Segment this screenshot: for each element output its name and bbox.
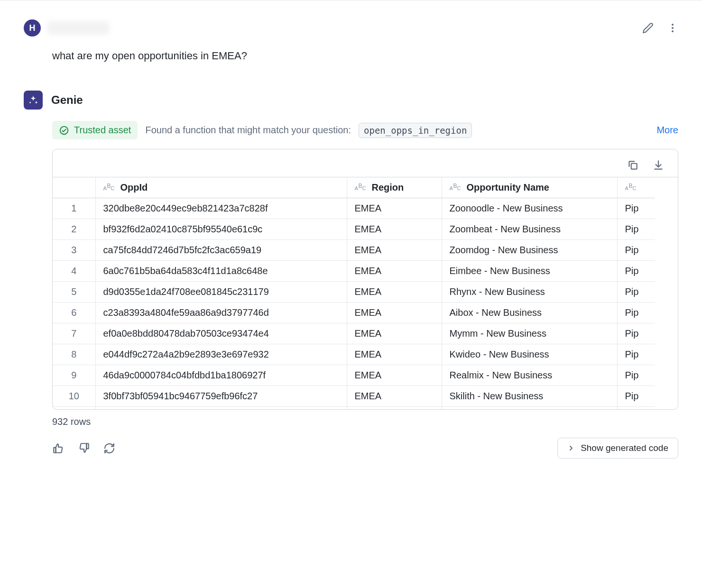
cell-index: 1 — [53, 198, 95, 219]
cell-last: Pip — [617, 303, 655, 323]
svg-point-0 — [672, 24, 674, 26]
cell-oppname: Rhynx - New Business — [442, 282, 617, 303]
cell-oppname: Eimbee - New Business — [442, 261, 617, 282]
string-type-icon: B — [450, 184, 462, 192]
cell-oppname: Zoomdog - New Business — [442, 240, 617, 261]
cell-index: 5 — [53, 282, 95, 303]
trusted-asset-badge: Trusted asset — [52, 121, 138, 139]
col-header-last[interactable]: B — [617, 177, 655, 198]
svg-rect-4 — [631, 164, 637, 169]
avatar: H — [24, 19, 41, 37]
col-header-oppid[interactable]: BOppId — [95, 177, 347, 198]
cell-region: EMEA — [347, 219, 442, 240]
chevron-right-icon — [567, 444, 575, 452]
thumbs-up-icon[interactable] — [52, 442, 65, 454]
cell-index: 8 — [53, 344, 95, 365]
table-row[interactable]: 11505462ca88aa4cdeac411119275db52aEMEAZo… — [53, 407, 655, 410]
edit-icon[interactable] — [642, 22, 654, 34]
cell-index: 3 — [53, 240, 95, 261]
function-chip[interactable]: open_opps_in_region — [359, 123, 472, 138]
cell-oppname: Realmix - New Business — [442, 365, 617, 386]
table-row[interactable]: 6c23a8393a4804fe59aa86a9d3797746dEMEAAib… — [53, 303, 655, 323]
cell-region: EMEA — [347, 344, 442, 365]
table-row[interactable]: 946da9c0000784c04bfdbd1ba1806927fEMEARea… — [53, 365, 655, 386]
table-row[interactable]: 5d9d0355e1da24f708ee081845c231179EMEARhy… — [53, 282, 655, 303]
string-type-icon: B — [625, 184, 637, 192]
genie-icon — [24, 91, 43, 110]
cell-last: Pip — [617, 365, 655, 386]
cell-last: Pip — [617, 240, 655, 261]
string-type-icon: B — [355, 184, 367, 192]
cell-oppid: 46da9c0000784c04bfdbd1ba1806927f — [95, 365, 347, 386]
cell-oppid: e044df9c272a4a2b9e2893e3e697e932 — [95, 344, 347, 365]
kebab-menu-icon[interactable] — [667, 22, 678, 34]
cell-oppname: Mymm - New Business — [442, 323, 617, 344]
show-generated-code-button[interactable]: Show generated code — [557, 438, 678, 459]
svg-point-2 — [672, 30, 674, 32]
function-hint: Found a function that might match your q… — [145, 125, 351, 136]
thumbs-down-icon[interactable] — [78, 442, 90, 454]
cell-region: EMEA — [347, 323, 442, 344]
cell-oppid: 320dbe8e20c449ec9eb821423a7c828f — [95, 198, 347, 219]
table-row[interactable]: 3ca75fc84dd7246d7b5fc2fc3ac659a19EMEAZoo… — [53, 240, 655, 261]
cell-last: Pip — [617, 282, 655, 303]
rows-count: 932 rows — [52, 416, 678, 427]
username-redacted — [47, 21, 109, 35]
cell-oppname: Zoonoodle - New Business — [442, 198, 617, 219]
cell-index: 7 — [53, 323, 95, 344]
cell-index: 2 — [53, 219, 95, 240]
table-row[interactable]: 1320dbe8e20c449ec9eb821423a7c828fEMEAZoo… — [53, 198, 655, 219]
cell-oppid: 505462ca88aa4cdeac411119275db52a — [95, 407, 347, 410]
cell-region: EMEA — [347, 282, 442, 303]
cell-index: 10 — [53, 386, 95, 407]
cell-last: Pip — [617, 323, 655, 344]
cell-last: Pip — [617, 198, 655, 219]
cell-oppname: Kwideo - New Business — [442, 344, 617, 365]
cell-region: EMEA — [347, 303, 442, 323]
svg-point-1 — [672, 27, 674, 29]
cell-region: EMEA — [347, 365, 442, 386]
table-row[interactable]: 46a0c761b5ba64da583c4f11d1a8c648eEMEAEim… — [53, 261, 655, 282]
cell-oppid: ca75fc84dd7246d7b5fc2fc3ac659a19 — [95, 240, 347, 261]
string-type-icon: B — [103, 184, 116, 192]
table-row[interactable]: 8e044df9c272a4a2b9e2893e3e697e932EMEAKwi… — [53, 344, 655, 365]
user-message-header: H — [24, 19, 678, 37]
table-row[interactable]: 2bf932f6d2a02410c875bf95540e61c9cEMEAZoo… — [53, 219, 655, 240]
cell-oppname: Skilith - New Business — [442, 386, 617, 407]
cell-oppid: 6a0c761b5ba64da583c4f11d1a8c648e — [95, 261, 347, 282]
cell-index: 6 — [53, 303, 95, 323]
cell-index: 9 — [53, 365, 95, 386]
copy-icon[interactable] — [627, 159, 639, 171]
cell-index: 11 — [53, 407, 95, 410]
cell-region: EMEA — [347, 386, 442, 407]
cell-last: Pip — [617, 261, 655, 282]
cell-oppname: Zoombeat - New Business — [442, 219, 617, 240]
cell-oppname: Aibox - New Business — [442, 303, 617, 323]
cell-last: Pip — [617, 344, 655, 365]
cell-region: EMEA — [347, 240, 442, 261]
col-header-index[interactable] — [53, 177, 95, 198]
cell-last: Pip — [617, 219, 655, 240]
cell-last: Pip — [617, 407, 655, 410]
cell-region: EMEA — [347, 198, 442, 219]
cell-region: EMEA — [347, 261, 442, 282]
col-header-region[interactable]: BRegion — [347, 177, 442, 198]
cell-index: 4 — [53, 261, 95, 282]
more-link[interactable]: More — [656, 125, 678, 136]
genie-label: Genie — [51, 93, 83, 107]
cell-oppid: d9d0355e1da24f708ee081845c231179 — [95, 282, 347, 303]
table-row[interactable]: 7ef0a0e8bdd80478dab70503ce93474e4EMEAMym… — [53, 323, 655, 344]
table-row[interactable]: 103f0bf73bf05941bc9467759efb96fc27EMEASk… — [53, 386, 655, 407]
cell-oppid: c23a8393a4804fe59aa86a9d3797746d — [95, 303, 347, 323]
cell-oppname: Zoomzone - New Business — [442, 407, 617, 410]
cell-oppid: ef0a0e8bdd80478dab70503ce93474e4 — [95, 323, 347, 344]
refresh-icon[interactable] — [103, 442, 115, 454]
cell-oppid: 3f0bf73bf05941bc9467759efb96fc27 — [95, 386, 347, 407]
cell-last: Pip — [617, 386, 655, 407]
cell-oppid: bf932f6d2a02410c875bf95540e61c9c — [95, 219, 347, 240]
download-icon[interactable] — [652, 159, 665, 171]
user-question: what are my open opportunities in EMEA? — [52, 50, 678, 62]
results-table[interactable]: BOppId BRegion BOpportunity Name B — [53, 177, 678, 409]
col-header-oppname[interactable]: BOpportunity Name — [442, 177, 617, 198]
cell-region: EMEA — [347, 407, 442, 410]
